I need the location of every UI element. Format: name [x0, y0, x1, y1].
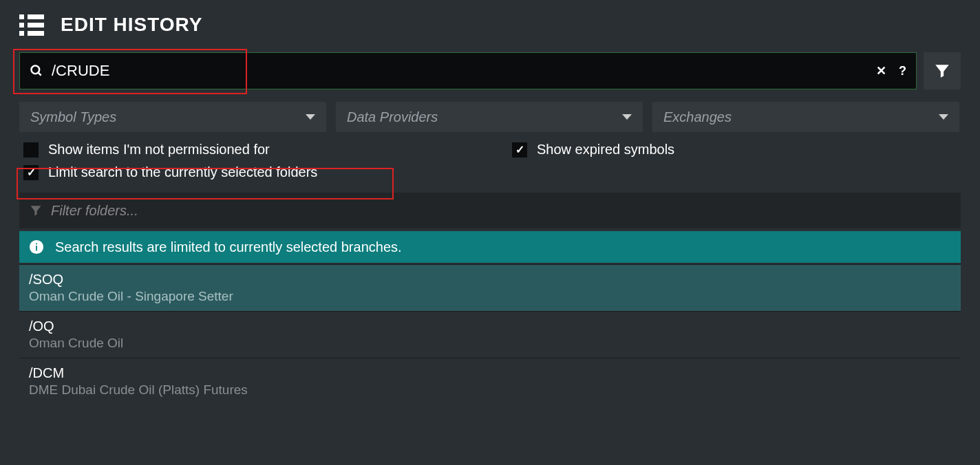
svg-point-0 [32, 66, 40, 74]
funnel-icon [29, 204, 43, 217]
data-providers-dropdown[interactable]: Data Providers [336, 102, 643, 132]
symbol-types-dropdown[interactable]: Symbol Types [19, 102, 326, 132]
checkbox-box[interactable]: ✓ [512, 142, 527, 158]
svg-rect-4 [36, 244, 37, 245]
result-symbol: /OQ [29, 318, 951, 334]
result-item[interactable]: /DCMDME Dubai Crude Oil (Platts) Futures [19, 358, 961, 404]
filter-folders-placeholder: Filter folders... [51, 203, 138, 219]
notice-bar: Search results are limited to currently … [19, 231, 961, 263]
result-description: Oman Crude Oil - Singapore Setter [29, 289, 951, 304]
svg-line-1 [39, 73, 41, 76]
checkbox-show-expired[interactable]: ✓ Show expired symbols [512, 142, 674, 158]
page-title: EDIT HISTORY [61, 14, 202, 36]
filter-button[interactable] [924, 52, 961, 89]
checkbox-label: Show expired symbols [537, 142, 674, 158]
result-item[interactable]: /SOQOman Crude Oil - Singapore Setter [19, 264, 961, 311]
checkbox-box[interactable]: ✓ [23, 165, 39, 180]
result-symbol: /SOQ [29, 272, 951, 288]
checkbox-label: Limit search to the currently selected f… [48, 164, 317, 180]
dropdown-label: Symbol Types [30, 109, 116, 125]
funnel-icon [933, 62, 951, 80]
chevron-down-icon [939, 114, 948, 120]
search-input[interactable] [52, 62, 876, 80]
notice-text: Search results are limited to currently … [55, 239, 402, 255]
checkbox-label: Show items I'm not permissioned for [48, 142, 270, 158]
result-description: DME Dubai Crude Oil (Platts) Futures [29, 382, 951, 398]
filter-folders-input[interactable]: Filter folders... [19, 193, 961, 228]
checkbox-limit-search[interactable]: ✓ Limit search to the currently selected… [23, 164, 961, 180]
chevron-down-icon [306, 114, 315, 120]
result-description: Oman Crude Oil [29, 336, 951, 351]
chevron-down-icon [622, 114, 632, 120]
search-box[interactable]: ✕ ? [19, 52, 917, 89]
svg-rect-3 [36, 246, 37, 250]
dropdown-label: Exchanges [663, 109, 732, 125]
dropdown-label: Data Providers [347, 109, 438, 125]
header: EDIT HISTORY [19, 14, 961, 36]
clear-search-icon[interactable]: ✕ [876, 63, 886, 78]
result-symbol: /DCM [29, 365, 951, 381]
menu-icon[interactable] [19, 14, 44, 36]
checkbox-not-permissioned[interactable]: Show items I'm not permissioned for [23, 142, 471, 158]
checkbox-box[interactable] [23, 142, 39, 158]
result-item[interactable]: /OQOman Crude Oil [19, 311, 961, 358]
exchanges-dropdown[interactable]: Exchanges [652, 102, 959, 132]
search-icon [30, 64, 43, 78]
search-help-icon[interactable]: ? [899, 64, 906, 78]
results-list: /SOQOman Crude Oil - Singapore Setter/OQ… [19, 264, 961, 404]
info-icon [29, 239, 44, 255]
